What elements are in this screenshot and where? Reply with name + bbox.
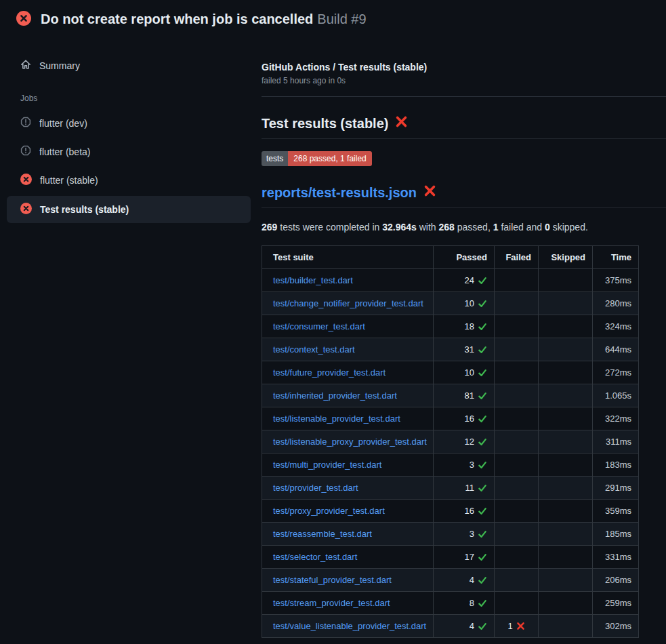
- table-row: test/listenable_provider_test.dart16 322…: [262, 407, 639, 430]
- table-row: test/change_notifier_provider_test.dart1…: [262, 292, 639, 315]
- cell-time: 291ms: [593, 477, 639, 500]
- cell-failed: 1: [495, 615, 539, 638]
- cell-test-suite: test/provider_test.dart: [262, 477, 434, 500]
- home-icon: [20, 59, 31, 72]
- cell-test-suite: test/future_provider_test.dart: [262, 361, 434, 384]
- test-suite-link[interactable]: test/change_notifier_provider_test.dart: [273, 298, 423, 308]
- count-value: 16: [465, 414, 474, 424]
- cross-icon: [516, 622, 525, 630]
- check-icon: [478, 437, 487, 447]
- count-with-icon: 10: [465, 298, 487, 308]
- table-row: test/stateful_provider_test.dart4 206ms: [262, 569, 639, 592]
- check-icon: [478, 345, 487, 355]
- count-value: 4: [470, 621, 474, 631]
- cell-failed: [495, 269, 539, 292]
- sidebar-item-label: Test results (stable): [40, 204, 129, 215]
- x-circle-fill-icon: [20, 203, 32, 216]
- cell-test-suite: test/proxy_provider_test.dart: [262, 500, 434, 523]
- test-suite-link[interactable]: test/stream_provider_test.dart: [273, 598, 390, 608]
- table-row: test/value_listenable_provider_test.dart…: [262, 615, 639, 638]
- summary-segment: 268: [439, 222, 455, 233]
- cell-failed: [495, 523, 539, 546]
- cell-test-suite: test/reassemble_test.dart: [262, 523, 434, 546]
- build-number: Build #9: [317, 12, 366, 26]
- table-row: test/provider_test.dart11 291ms: [262, 477, 639, 500]
- sidebar-item-summary[interactable]: Summary: [7, 52, 251, 79]
- test-suite-link[interactable]: test/builder_test.dart: [273, 275, 353, 285]
- count-value: 10: [465, 298, 474, 308]
- cell-passed: 81: [434, 384, 495, 407]
- count-with-icon: 16: [465, 506, 487, 516]
- table-row: test/reassemble_test.dart3 185ms: [262, 523, 639, 546]
- cell-skipped: [539, 523, 593, 546]
- test-suite-link[interactable]: test/provider_test.dart: [273, 483, 358, 493]
- sidebar-item-label: flutter (dev): [39, 118, 87, 129]
- count-value: 16: [465, 506, 474, 516]
- summary-line: 269 tests were completed in 32.964s with…: [262, 222, 666, 233]
- test-suite-link[interactable]: test/value_listenable_provider_test.dart: [273, 621, 426, 631]
- count-value: 1: [507, 621, 512, 631]
- sidebar-item-label: flutter (stable): [40, 175, 98, 186]
- check-icon: [478, 599, 487, 608]
- check-icon: [478, 460, 487, 470]
- test-suite-link[interactable]: test/inherited_provider_test.dart: [273, 390, 397, 401]
- test-suite-link[interactable]: test/proxy_provider_test.dart: [273, 506, 385, 516]
- test-suite-link[interactable]: test/reassemble_test.dart: [273, 529, 372, 539]
- cell-failed: [495, 454, 539, 477]
- jobs-list: flutter (dev) flutter (beta): [7, 110, 251, 223]
- table-body: test/builder_test.dart24 375mstest/chang…: [262, 269, 639, 638]
- table-row: test/selector_test.dart17 331ms: [262, 546, 639, 569]
- test-suite-link[interactable]: test/listenable_proxy_provider_test.dart: [273, 437, 427, 447]
- test-suite-link[interactable]: test/listenable_provider_test.dart: [273, 414, 400, 424]
- x-circle-fill-icon: [20, 174, 32, 187]
- test-suite-link[interactable]: test/selector_test.dart: [273, 552, 357, 562]
- count-with-icon: 8: [470, 598, 487, 608]
- badge-value: 268 passed, 1 failed: [288, 151, 371, 166]
- count-value: 3: [470, 460, 474, 470]
- run-meta: failed 5 hours ago in 0s: [262, 76, 666, 85]
- table-row: test/proxy_provider_test.dart16 359ms: [262, 500, 639, 523]
- cell-passed: 16: [434, 407, 495, 430]
- cell-passed: 4: [434, 615, 495, 638]
- report-file-link[interactable]: reports/test-results.json: [262, 185, 417, 201]
- count-value: 4: [470, 575, 474, 585]
- section-title: Test results (stable): [262, 116, 388, 132]
- check-icon: [478, 622, 487, 631]
- cell-time: 375ms: [593, 269, 639, 292]
- table-row: test/builder_test.dart24 375ms: [262, 269, 639, 292]
- cell-time: 185ms: [593, 523, 639, 546]
- column-header-failed: Failed: [495, 246, 539, 269]
- cell-time: 324ms: [593, 315, 639, 338]
- cell-test-suite: test/stateful_provider_test.dart: [262, 569, 434, 592]
- sidebar-item-flutter-stable[interactable]: flutter (stable): [7, 167, 251, 194]
- test-suite-link[interactable]: test/consumer_test.dart: [273, 321, 365, 331]
- check-icon: [478, 299, 487, 308]
- page-title: Do not create report when job is cancell…: [41, 12, 367, 27]
- summary-segment: with: [417, 222, 439, 233]
- summary-segment: tests were completed in: [277, 222, 382, 233]
- cross-mark-icon: [395, 115, 408, 132]
- summary-segment: 0: [545, 222, 550, 233]
- cell-passed: 10: [434, 292, 495, 315]
- stop-icon: [20, 145, 31, 158]
- check-icon: [478, 414, 487, 424]
- count-with-icon: 4: [470, 621, 487, 631]
- count-value: 18: [465, 321, 474, 331]
- cell-passed: 16: [434, 500, 495, 523]
- run-name: Do not create report when job is cancell…: [41, 12, 313, 26]
- check-icon: [478, 552, 487, 562]
- test-suite-link[interactable]: test/stateful_provider_test.dart: [273, 575, 392, 585]
- count-with-icon: 4: [470, 575, 487, 585]
- count-with-icon: 24: [465, 275, 487, 285]
- sidebar-item-test-results-stable[interactable]: Test results (stable): [7, 196, 251, 223]
- tests-status-badge: tests 268 passed, 1 failed: [262, 151, 372, 166]
- cell-test-suite: test/inherited_provider_test.dart: [262, 384, 434, 407]
- count-value: 24: [465, 275, 474, 285]
- test-suite-link[interactable]: test/future_provider_test.dart: [273, 367, 386, 378]
- test-suite-link[interactable]: test/multi_provider_test.dart: [273, 460, 381, 470]
- cell-passed: 18: [434, 315, 495, 338]
- test-suite-link[interactable]: test/context_test.dart: [273, 344, 355, 355]
- sidebar-item-flutter-dev[interactable]: flutter (dev): [7, 110, 251, 136]
- count-with-icon: 11: [465, 483, 488, 493]
- sidebar-item-flutter-beta[interactable]: flutter (beta): [7, 138, 251, 165]
